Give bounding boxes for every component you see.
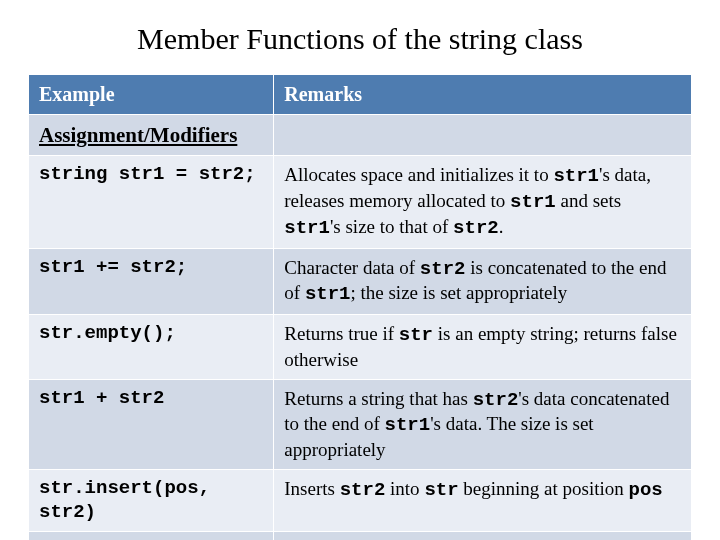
header-example: Example xyxy=(29,75,274,115)
text-span: 's size to that of xyxy=(330,216,453,237)
example-cell: str.empty(); xyxy=(29,315,274,380)
slide: Member Functions of the string class Exa… xyxy=(0,0,720,540)
code-span: str1 xyxy=(385,414,431,436)
code-span: str1 xyxy=(305,283,351,305)
header-remarks: Remarks xyxy=(274,75,692,115)
text-span: Returns a string that has xyxy=(284,388,472,409)
code-span: str2 xyxy=(453,217,499,239)
text-span: Allocates space and initializes it to xyxy=(284,164,553,185)
remarks-cell: Inserts str2 into str beginning at posit… xyxy=(274,469,692,532)
example-cell: string str1 = str2; xyxy=(29,156,274,248)
section-heading: Assignment/Modifiers xyxy=(29,115,274,156)
table-body: Assignment/Modifiers string str1 = str2;… xyxy=(29,115,692,541)
table-row: string str1 = str2;Allocates space and i… xyxy=(29,156,692,248)
table-header-row: Example Remarks xyxy=(29,75,692,115)
page-title: Member Functions of the string class xyxy=(28,22,692,56)
code-span: str xyxy=(424,479,458,501)
text-span: ; the size is set appropriately xyxy=(350,282,567,303)
example-cell: str.remove(pos, length) xyxy=(29,532,274,540)
text-span: . xyxy=(499,216,504,237)
code-span: str2 xyxy=(340,479,386,501)
text-span: and sets xyxy=(556,190,621,211)
text-span: Character data of xyxy=(284,257,420,278)
code-span: str xyxy=(399,324,433,346)
string-members-table: Example Remarks Assignment/Modifiers str… xyxy=(28,74,692,540)
table-row: str1 + str2Returns a string that has str… xyxy=(29,379,692,469)
text-span: Inserts xyxy=(284,478,339,499)
text-span: Returns true if xyxy=(284,323,399,344)
section-row: Assignment/Modifiers xyxy=(29,115,692,156)
remarks-cell: Returns true if str is an empty string; … xyxy=(274,315,692,380)
text-span: into xyxy=(385,478,424,499)
code-span: str2 xyxy=(473,389,519,411)
table-row: str.insert(pos, str2)Inserts str2 into s… xyxy=(29,469,692,532)
code-span: str2 xyxy=(420,258,466,280)
remarks-cell: Character data of str2 is concatenated t… xyxy=(274,248,692,315)
table-row: str1 += str2;Character data of str2 is c… xyxy=(29,248,692,315)
example-cell: str.insert(pos, str2) xyxy=(29,469,274,532)
code-span: str1 xyxy=(553,165,599,187)
text-span: beginning at position xyxy=(459,478,629,499)
remarks-cell: Allocates space and initializes it to st… xyxy=(274,156,692,248)
remarks-cell: Removes a substring of size length begin… xyxy=(274,532,692,540)
table-row: str.remove(pos, length)Removes a substri… xyxy=(29,532,692,540)
example-cell: str1 + str2 xyxy=(29,379,274,469)
code-span: str1 xyxy=(510,191,556,213)
example-cell: str1 += str2; xyxy=(29,248,274,315)
table-row: str.empty();Returns true if str is an em… xyxy=(29,315,692,380)
code-span: pos xyxy=(629,479,663,501)
code-span: str1 xyxy=(284,217,330,239)
section-blank xyxy=(274,115,692,156)
remarks-cell: Returns a string that has str2's data co… xyxy=(274,379,692,469)
